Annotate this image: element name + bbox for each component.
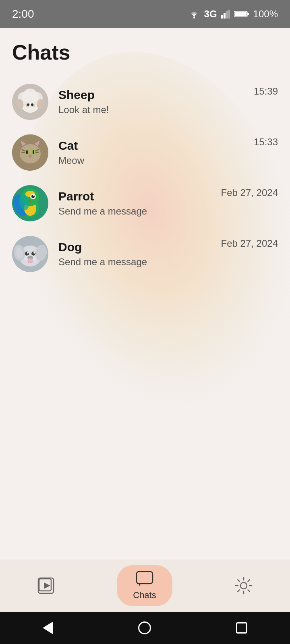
avatar-cat: [12, 134, 48, 171]
svg-point-45: [33, 195, 35, 196]
svg-marker-62: [44, 582, 50, 589]
avatar-dog: [12, 236, 48, 272]
svg-point-53: [31, 252, 35, 256]
status-time: 2:00: [12, 8, 34, 21]
chat-time-parrot: Feb 27, 2024: [221, 187, 278, 198]
chat-name-sheep: Sheep: [58, 88, 254, 102]
svg-point-64: [240, 582, 247, 589]
svg-point-31: [33, 150, 34, 154]
nav-item-chats[interactable]: Chats: [117, 565, 172, 606]
wifi-icon: [188, 10, 200, 19]
svg-point-59: [25, 255, 36, 263]
svg-point-0: [193, 17, 195, 19]
chat-time-cat: 15:33: [254, 136, 278, 148]
back-button[interactable]: [43, 621, 53, 634]
svg-rect-6: [247, 13, 249, 15]
chat-name-cat: Cat: [58, 139, 254, 153]
svg-point-32: [29, 155, 32, 157]
nav-label-chats: Chats: [133, 590, 156, 601]
avatar-parrot: [12, 185, 48, 221]
chat-time-dog: Feb 27, 2024: [221, 238, 278, 249]
status-bar: 2:00 3G 100%: [0, 0, 290, 28]
network-label: 3G: [204, 8, 217, 20]
signal-icon: [221, 10, 230, 19]
svg-point-18: [27, 103, 29, 106]
chat-info-dog: Dog Send me a message: [58, 240, 221, 268]
chat-info-sheep: Sheep Look at me!: [58, 88, 254, 116]
nav-item-media[interactable]: [25, 573, 66, 598]
chat-preview-cat: Meow: [58, 155, 254, 166]
chat-item-sheep[interactable]: Sheep Look at me! 15:39: [0, 76, 290, 127]
svg-point-19: [31, 103, 33, 106]
android-nav-bar: [0, 612, 290, 644]
main-content: Chats: [0, 28, 290, 340]
battery-label: 100%: [253, 8, 278, 20]
chat-icon: [136, 571, 153, 588]
avatar-sheep: [12, 84, 48, 120]
chat-preview-sheep: Look at me!: [58, 104, 254, 116]
page-title: Chats: [0, 28, 290, 72]
status-icons: 3G 100%: [188, 8, 278, 20]
svg-point-15: [27, 91, 39, 102]
svg-point-23: [20, 144, 41, 163]
settings-icon: [235, 577, 253, 594]
chat-item-cat[interactable]: Cat Meow 15:33: [0, 127, 290, 178]
svg-rect-63: [137, 572, 153, 584]
chat-list: Sheep Look at me! 15:39: [0, 72, 290, 283]
nav-item-settings[interactable]: [223, 573, 265, 599]
bottom-nav: Chats: [0, 559, 290, 612]
svg-point-52: [25, 252, 29, 256]
media-icon: [37, 577, 54, 594]
svg-rect-2: [224, 13, 226, 19]
chat-preview-dog: Send me a message: [58, 256, 221, 268]
chat-preview-parrot: Send me a message: [58, 206, 221, 217]
svg-point-30: [26, 150, 28, 154]
home-button[interactable]: [138, 621, 151, 634]
svg-rect-4: [228, 10, 230, 19]
svg-rect-3: [226, 11, 228, 19]
chat-info-cat: Cat Meow: [58, 139, 254, 166]
recents-button[interactable]: [236, 622, 247, 634]
svg-point-55: [33, 252, 35, 254]
chat-name-dog: Dog: [58, 240, 221, 254]
svg-rect-1: [221, 15, 223, 19]
svg-point-54: [27, 252, 29, 254]
chat-time-sheep: 15:39: [254, 86, 278, 97]
chat-item-parrot[interactable]: Parrot Send me a message Feb 27, 2024: [0, 178, 290, 229]
chat-name-parrot: Parrot: [58, 190, 221, 203]
chat-item-dog[interactable]: Dog Send me a message Feb 27, 2024: [0, 229, 290, 279]
svg-rect-7: [234, 12, 246, 17]
chat-info-parrot: Parrot Send me a message: [58, 190, 221, 217]
battery-icon: [234, 10, 249, 18]
